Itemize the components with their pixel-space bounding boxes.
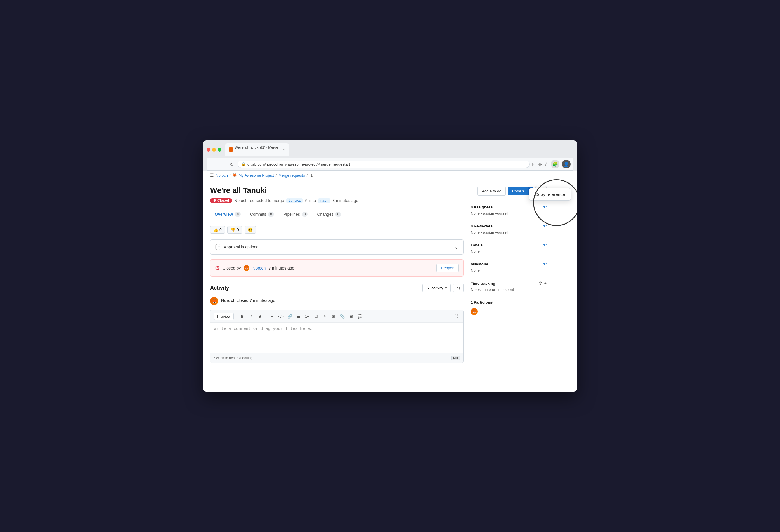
address-bar: ← → ↻ 🔒 gitlab.com/norocchi/my-awesome-p…	[206, 158, 574, 170]
breadcrumb-merge-requests[interactable]: Merge requests	[279, 173, 305, 177]
activity-filter-dropdown[interactable]: All activity ▾	[423, 284, 451, 292]
tab-changes[interactable]: Changes 0	[312, 209, 346, 220]
mr-meta-text: Noroch requested to merge	[234, 198, 284, 203]
browser-profile-button[interactable]: 👤	[562, 160, 571, 168]
comment-footer: Switch to rich text editing MD	[210, 353, 463, 363]
thumbs-down-button[interactable]: 👎 0	[227, 226, 242, 233]
sidebar-labels: Labels Edit None	[471, 239, 547, 258]
fullscreen-button[interactable]: ⛶	[452, 312, 460, 320]
rich-text-switch[interactable]: Switch to rich text editing	[214, 356, 253, 360]
time-timer-icon[interactable]: ⏱	[538, 281, 542, 285]
preview-tab[interactable]: Preview	[214, 313, 234, 320]
tab-close-button[interactable]: ✕	[283, 148, 285, 152]
assignees-value: None - assign yourself	[471, 211, 547, 215]
activity-filters: All activity ▾ ↑↓	[423, 283, 464, 292]
comment-box: Preview | B I S | ≡ </> 🔗 ☰ 1≡ ☑	[210, 310, 464, 363]
project-icon: 🦊	[233, 173, 237, 177]
maximize-window-button[interactable]	[217, 148, 222, 152]
closed-banner: ⚙ Closed by 🦊 Noroch 7 minutes ago Reope…	[210, 259, 464, 276]
target-branch[interactable]: main	[318, 198, 330, 203]
comment-textarea[interactable]: Write a comment or drag your files here…	[210, 323, 463, 352]
checklist-button[interactable]: ☑	[312, 312, 320, 320]
comment-icon[interactable]: 💬	[356, 312, 364, 320]
time-add-icon[interactable]: +	[544, 281, 547, 285]
extensions-button[interactable]: 🧩	[551, 160, 559, 168]
reviewers-value: None - assign yourself	[471, 230, 547, 234]
code-button[interactable]: Code ▾	[508, 187, 529, 195]
page-content: ☰ Noroch / 🦊 My Awesome Project / Merge …	[203, 170, 577, 391]
participant-avatar[interactable]: 🦊	[471, 308, 478, 315]
reviewers-edit-button[interactable]: Edit	[540, 224, 547, 228]
assignees-header: 0 Assignees Edit	[471, 205, 547, 209]
back-button[interactable]: ←	[209, 161, 216, 167]
strikethrough-button[interactable]: S	[256, 312, 263, 320]
tab-pipelines[interactable]: Pipelines 0	[279, 209, 312, 220]
snippet-button[interactable]: ▣	[347, 312, 355, 320]
thumbs-up-count: 0	[220, 227, 222, 232]
closed-user-link[interactable]: Noroch	[252, 266, 265, 270]
sidebar-milestone: Milestone Edit None	[471, 258, 547, 277]
milestone-header: Milestone Edit	[471, 262, 547, 266]
block-quote-button[interactable]: ❝	[321, 312, 329, 320]
milestone-value: None	[471, 268, 547, 272]
bookmark-icon[interactable]: ☆	[544, 161, 548, 167]
activity-user-avatar: 🦊	[210, 297, 218, 305]
breadcrumb-mr-id: !1	[309, 173, 312, 177]
milestone-edit-button[interactable]: Edit	[540, 262, 547, 266]
closed-mr-icon: ⚙	[215, 265, 220, 271]
table-button[interactable]: ⊞	[330, 312, 337, 320]
add-todo-button[interactable]: Add a to do	[477, 187, 506, 196]
code-inline-button[interactable]: </>	[277, 312, 285, 320]
closed-banner-left: ⚙ Closed by 🦊 Noroch 7 minutes ago	[215, 265, 294, 271]
smiley-icon: 😊	[248, 227, 253, 232]
thumbs-up-button[interactable]: 👍 0	[210, 226, 225, 233]
refresh-button[interactable]: ↻	[228, 161, 235, 167]
translate-icon[interactable]: ⊕	[538, 161, 542, 167]
closed-time: 7 minutes ago	[269, 266, 294, 270]
time-tracking-title: Time tracking	[471, 281, 495, 285]
copy-branch-icon[interactable]: ⎘	[305, 199, 307, 203]
italic-button[interactable]: I	[247, 312, 255, 320]
reopen-button[interactable]: Reopen	[436, 264, 459, 272]
time-tracking-header: Time tracking ⏱ +	[471, 281, 547, 285]
activity-user: Noroch	[221, 298, 236, 303]
bullet-list-button[interactable]: ☰	[295, 312, 302, 320]
url-text: gitlab.com/norocchi/my-awesome-project/-…	[247, 162, 350, 166]
activity-item-text: Noroch closed 7 minutes ago	[221, 297, 275, 303]
sidebar-participants: 1 Participant 🦊	[471, 296, 547, 319]
copy-reference-label: Copy reference	[535, 192, 565, 197]
approval-left: 8▾ Approval is optional	[215, 244, 259, 250]
filter-label: All activity	[426, 286, 443, 290]
approval-count-icon: 8▾	[215, 244, 222, 250]
milestone-title: Milestone	[471, 262, 488, 266]
assignees-edit-button[interactable]: Edit	[540, 205, 547, 209]
labels-edit-button[interactable]: Edit	[540, 243, 547, 247]
tab-overview[interactable]: Overview 0	[210, 209, 245, 220]
source-branch[interactable]: tanuki	[286, 198, 302, 203]
minimize-window-button[interactable]	[212, 148, 216, 152]
forward-button[interactable]: →	[219, 161, 226, 167]
sort-button[interactable]: ↑↓	[453, 283, 464, 292]
numbered-list-button[interactable]: 1≡	[303, 312, 311, 320]
add-emoji-button[interactable]: 😊	[245, 226, 256, 233]
bold-button[interactable]: B	[238, 312, 246, 320]
screen-cast-icon[interactable]: ⊡	[532, 161, 536, 167]
attachment-button[interactable]: 📎	[339, 312, 346, 320]
breadcrumb-project[interactable]: My Awesome Project	[239, 173, 274, 177]
copy-reference-popup[interactable]: Copy reference	[529, 188, 571, 201]
reviewers-title: 0 Reviewers	[471, 224, 493, 228]
mr-title: We're all Tanuki	[210, 186, 464, 195]
time-tracking-value: No estimate or time spent	[471, 287, 547, 292]
url-field[interactable]: 🔒 gitlab.com/norocchi/my-awesome-project…	[238, 161, 530, 168]
chevron-down-icon: ▾	[445, 286, 447, 290]
tab-favicon	[229, 148, 233, 152]
approval-expand-icon[interactable]: ⌄	[454, 244, 459, 250]
link-button[interactable]: 🔗	[286, 312, 294, 320]
heading-button[interactable]: ≡	[269, 312, 276, 320]
active-tab[interactable]: We're all Tanuki (!1) · Merge r... ✕	[225, 143, 289, 156]
thumbs-down-count: 0	[237, 227, 239, 232]
tab-commits[interactable]: Commits 0	[245, 209, 279, 220]
new-tab-button[interactable]: +	[290, 146, 298, 156]
breadcrumb-noroch[interactable]: Noroch	[215, 173, 228, 177]
close-window-button[interactable]	[206, 148, 210, 152]
